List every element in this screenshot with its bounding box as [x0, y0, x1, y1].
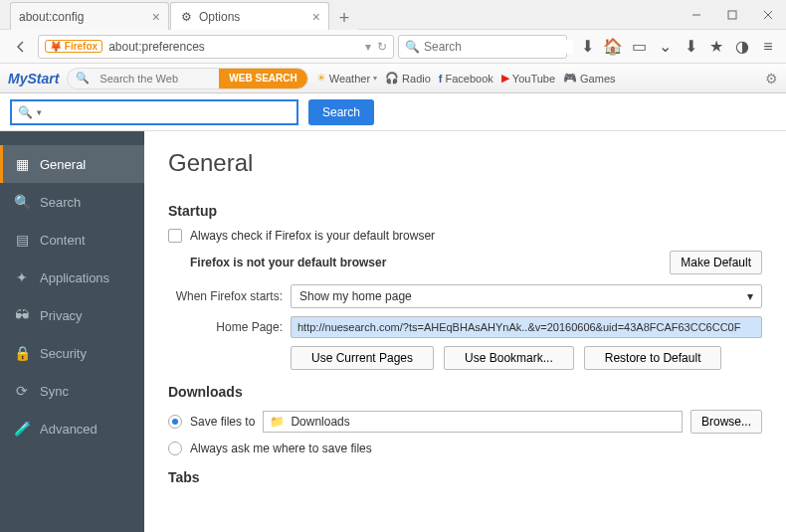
tabs-heading: Tabs — [168, 469, 762, 485]
default-browser-label: Always check if Firefox is your default … — [190, 229, 435, 243]
make-default-button[interactable]: Make Default — [670, 251, 762, 274]
mystart-search-input[interactable] — [90, 73, 219, 85]
search-input[interactable] — [424, 40, 573, 54]
sidebar-item-label: Security — [40, 346, 87, 361]
home-icon[interactable]: 🏠 — [603, 37, 623, 57]
search-icon: 🔍 — [14, 194, 30, 210]
url-input[interactable] — [108, 40, 365, 54]
tab-label: about:config — [19, 10, 84, 24]
tab-options[interactable]: ⚙ Options × — [170, 2, 329, 30]
sidebar-item-label: Search — [40, 195, 81, 210]
facebook-link[interactable]: fFacebook — [439, 73, 493, 85]
sidebar-item-general[interactable]: ▦General — [0, 145, 144, 183]
mystart-toolbar: MyStart 🔍 WEB SEARCH ☀Weather▾ 🎧Radio fF… — [0, 64, 786, 93]
reload-icon[interactable]: ↻ — [377, 40, 387, 54]
save-files-label: Save files to — [190, 415, 255, 429]
sun-icon: ☀ — [316, 72, 326, 85]
close-button[interactable] — [750, 0, 786, 30]
gear-icon[interactable]: ⚙ — [765, 71, 778, 87]
page-title: General — [168, 149, 762, 177]
privacy-icon: 🕶 — [14, 307, 30, 323]
menu-icon[interactable]: ≡ — [758, 37, 778, 57]
use-bookmark-button[interactable]: Use Bookmark... — [444, 346, 574, 370]
bookmarks-icon[interactable]: ▭ — [629, 37, 649, 57]
preferences-panel: General Startup Always check if Firefox … — [144, 131, 786, 532]
sidebar-item-content[interactable]: ▤Content — [0, 221, 144, 259]
search-icon: 🔍 — [405, 40, 420, 54]
search-icon: 🔍 — [76, 72, 90, 85]
when-starts-select[interactable]: Show my home page ▾ — [291, 284, 762, 308]
browse-button[interactable]: Browse... — [690, 410, 762, 434]
sidebar-item-label: Sync — [40, 384, 69, 399]
weather-link[interactable]: ☀Weather▾ — [316, 72, 377, 85]
homepage-input[interactable] — [291, 316, 762, 338]
tab-bar: about:config × ⚙ Options × + — [10, 0, 358, 30]
not-default-label: Firefox is not your default browser — [190, 256, 386, 269]
sidebar-item-label: Advanced — [40, 422, 98, 437]
sidebar-item-label: General — [40, 157, 86, 172]
secondary-search-bar: 🔍 ▾ Search — [0, 93, 786, 131]
minimize-button[interactable] — [679, 0, 714, 30]
secondary-search-input[interactable] — [42, 104, 291, 119]
sidebar-item-label: Content — [40, 233, 86, 248]
download-folder-field[interactable]: 📁 Downloads — [263, 411, 683, 433]
youtube-link[interactable]: ▶YouTube — [501, 72, 555, 85]
secondary-search-box[interactable]: 🔍 ▾ — [10, 99, 298, 125]
tab-label: Options — [199, 10, 240, 24]
always-ask-label: Always ask me where to save files — [190, 442, 372, 455]
sync-icon: ⟳ — [14, 383, 30, 399]
navigation-bar: 🦊 Firefox ▾ ↻ 🔍 ⬇ 🏠 ▭ ⌄ ⬇ ★ ◑ ≡ — [0, 30, 786, 64]
sidebar-item-sync[interactable]: ⟳Sync — [0, 372, 144, 410]
maximize-button[interactable] — [714, 0, 750, 30]
save-icon[interactable]: ⬇ — [681, 37, 700, 57]
select-value: Show my home page — [299, 289, 412, 303]
download-folder-value: Downloads — [291, 415, 349, 429]
mystart-search[interactable]: 🔍 WEB SEARCH — [67, 68, 307, 89]
sidebar-item-privacy[interactable]: 🕶Privacy — [0, 296, 144, 334]
web-search-button[interactable]: WEB SEARCH — [219, 68, 306, 89]
lock-icon: 🔒 — [14, 345, 30, 361]
downloads-icon[interactable]: ⬇ — [577, 37, 597, 57]
games-icon: 🎮 — [563, 72, 577, 85]
back-button[interactable] — [8, 34, 34, 60]
headphones-icon: 🎧 — [385, 72, 399, 85]
sidebar-item-search[interactable]: 🔍Search — [0, 183, 144, 221]
close-icon[interactable]: × — [312, 9, 320, 25]
sidebar-item-advanced[interactable]: 🧪Advanced — [0, 410, 144, 447]
tab-about-config[interactable]: about:config × — [10, 2, 169, 30]
sidebar-item-label: Privacy — [40, 308, 83, 323]
profile-icon[interactable]: ◑ — [732, 37, 752, 57]
content-icon: ▤ — [14, 232, 30, 248]
close-icon[interactable]: × — [152, 9, 160, 25]
search-button[interactable]: Search — [308, 99, 374, 125]
sidebar-item-applications[interactable]: ✦Applications — [0, 259, 144, 296]
chevron-down-icon: ▾ — [747, 289, 753, 303]
advanced-icon: 🧪 — [14, 421, 30, 437]
new-tab-button[interactable]: + — [330, 6, 358, 30]
youtube-icon: ▶ — [501, 72, 509, 85]
save-files-radio[interactable] — [168, 415, 182, 429]
homepage-label: Home Page: — [168, 320, 283, 334]
games-link[interactable]: 🎮Games — [563, 72, 615, 85]
when-starts-label: When Firefox starts: — [168, 289, 283, 303]
search-bar[interactable]: 🔍 — [398, 35, 567, 59]
facebook-icon: f — [439, 73, 443, 85]
always-ask-radio[interactable] — [168, 442, 182, 455]
mystart-logo: MyStart — [8, 71, 59, 87]
default-browser-checkbox[interactable] — [168, 229, 182, 243]
pocket-icon[interactable]: ⌄ — [655, 37, 675, 57]
content-area: ▦General 🔍Search ▤Content ✦Applications … — [0, 131, 786, 532]
preferences-sidebar: ▦General 🔍Search ▤Content ✦Applications … — [0, 131, 144, 532]
startup-heading: Startup — [168, 203, 762, 219]
radio-link[interactable]: 🎧Radio — [385, 72, 431, 85]
dropdown-icon[interactable]: ▾ — [365, 40, 371, 54]
applications-icon: ✦ — [14, 269, 30, 285]
search-icon: 🔍 — [18, 105, 33, 119]
sidebar-item-security[interactable]: 🔒Security — [0, 334, 144, 372]
gear-icon: ⚙ — [179, 10, 193, 24]
star-icon[interactable]: ★ — [706, 37, 726, 57]
url-bar[interactable]: 🦊 Firefox ▾ ↻ — [38, 35, 394, 59]
firefox-badge: 🦊 Firefox — [45, 40, 102, 53]
use-current-button[interactable]: Use Current Pages — [291, 346, 434, 370]
restore-default-button[interactable]: Restore to Default — [584, 346, 722, 370]
